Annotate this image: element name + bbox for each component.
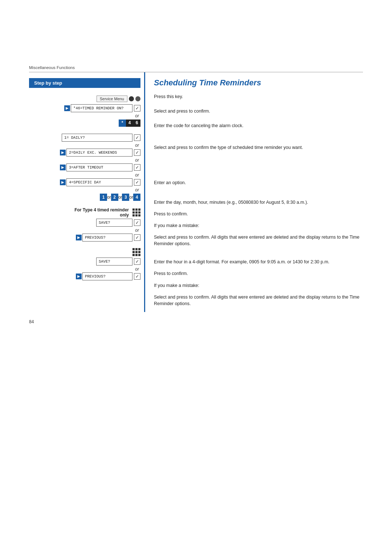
desc-daily: Select and press to confirm the type of … (154, 144, 363, 151)
step-keypad-only (29, 248, 140, 256)
spacer-r-5 (154, 252, 363, 259)
or-label-1: or (29, 113, 140, 118)
spacer-2 (29, 202, 140, 207)
spacer-r-4 (154, 191, 363, 199)
spacer-r-1 (154, 114, 363, 122)
desc-save-2: Press to confirm. (154, 270, 363, 277)
keypad-icon-2 (132, 248, 140, 256)
key-star: * (119, 119, 126, 127)
spacer-r-2 (154, 134, 363, 144)
check-box-specific[interactable]: ✓ (134, 179, 140, 186)
save-display-1: SAVE? (96, 219, 132, 227)
left-column: Step by step Service Menu ▶ *46=TIMED RE… (29, 72, 145, 312)
desc-save-1: Press to confirm. (154, 211, 363, 217)
desc-for-type: Enter the day, month, hour, minutes (e.g… (154, 199, 363, 206)
two-column-layout: Step by step Service Menu ▶ *46=TIMED RE… (29, 72, 363, 312)
check-box-save-1[interactable]: ✓ (134, 219, 140, 226)
step-previous-1: ▶ PREVIOUS? ✓ (29, 233, 140, 242)
check-box-daily[interactable]: ✓ (134, 134, 140, 141)
or-label-7: or (29, 267, 140, 272)
step-daily-exc: ▶ 2=DAILY EXC. WEEKENDS ✓ (29, 148, 140, 157)
previous-display-1: PREVIOUS? (82, 234, 132, 242)
desc-press-this-key: Press this key. (154, 93, 363, 100)
save-display-2: SAVE? (96, 258, 132, 266)
check-box-daily-exc[interactable]: ✓ (134, 149, 140, 156)
step-save-2: SAVE? ✓ (29, 257, 140, 266)
timed-reminder-display: *46=TIMED REMINDER ON? (71, 104, 132, 112)
desc-keypad-only: Enter the hour in a 4-digit format. For … (154, 259, 363, 265)
previous-display-2: PREVIOUS? (82, 272, 132, 280)
opt-key-2: 2 (111, 194, 118, 201)
opt-key-1: 1 (100, 194, 107, 201)
or-label-6: or (29, 228, 140, 233)
key-6: 6 (133, 119, 140, 127)
step-previous-2: ▶ PREVIOUS? ✓ (29, 272, 140, 281)
page-number: 84 (29, 319, 363, 324)
desc-code-keys: Enter the code for canceling the alarm c… (154, 122, 363, 129)
daily-exc-display: 2=DAILY EXC. WEEKENDS (66, 149, 132, 157)
specific-day-display: 4=SPECIFIC DAY (66, 178, 132, 186)
after-timeout-display: 3=AFTER TIMEOUT (66, 163, 132, 171)
opt-key-4: 4 (133, 194, 140, 201)
arrow-button-2[interactable]: ▶ (60, 150, 66, 155)
step-daily: 1= DAILY? ✓ (29, 133, 140, 142)
step-timed-reminder: ▶ *46=TIMED REMINDER ON? ✓ (29, 104, 140, 113)
desc-mistake-1: If you make a mistake: (154, 222, 363, 229)
check-box-timeout[interactable]: ✓ (134, 164, 140, 171)
desc-select-confirm: Select and press to confirm. (154, 108, 363, 114)
arrow-button-prev-1[interactable]: ▶ (76, 235, 82, 240)
check-box-save-2[interactable]: ✓ (134, 258, 140, 265)
check-box-prev-2[interactable]: ✓ (134, 273, 140, 280)
right-column: Scheduling Time Reminders Press this key… (145, 72, 363, 312)
keypad-icon-1 (132, 208, 140, 216)
or-label-4: or (29, 173, 140, 178)
step-code-keys: * 4 6 (29, 119, 140, 127)
or-label-5: or (29, 187, 140, 193)
phone-icon (129, 96, 134, 101)
spacer-3 (29, 243, 140, 248)
for-type-row: For Type 4 timed reminderonly (29, 207, 140, 218)
spacer-r-3 (154, 156, 363, 179)
step-service-menu: Service Menu (29, 94, 140, 103)
phone-icon-2 (135, 96, 140, 101)
or-label-3: or (29, 158, 140, 163)
check-box-prev-1[interactable]: ✓ (134, 234, 140, 241)
or-label-2: or (29, 143, 140, 148)
desc-options: Enter an option. (154, 179, 363, 186)
section-title: Scheduling Time Reminders (154, 78, 363, 88)
page-container: Miscellaneous Functions Step by step Ser… (0, 0, 392, 353)
daily-display: 1= DAILY? (62, 134, 132, 142)
check-box-1[interactable]: ✓ (134, 105, 140, 112)
arrow-button-3[interactable]: ▶ (60, 165, 66, 170)
for-type-label: For Type 4 timed reminderonly (74, 207, 129, 218)
desc-mistake-2: If you make a mistake: (154, 282, 363, 289)
service-menu-button[interactable]: Service Menu (97, 96, 127, 102)
desc-previous-2: Select and press to confirm. All digits … (154, 294, 363, 307)
step-option-keys: 1 or 2 or 3 or 4 (29, 193, 140, 202)
arrow-button-4[interactable]: ▶ (60, 179, 66, 185)
section-label: Miscellaneous Functions (29, 65, 363, 70)
arrow-button-prev-2[interactable]: ▶ (76, 274, 82, 279)
step-after-timeout: ▶ 3=AFTER TIMEOUT ✓ (29, 163, 140, 172)
key-4: 4 (126, 119, 133, 127)
step-save-1: SAVE? ✓ (29, 218, 140, 227)
spacer-1 (29, 128, 140, 133)
opt-key-3: 3 (122, 194, 129, 201)
step-by-step-header: Step by step (29, 78, 140, 88)
desc-previous-1: Select and press to confirm. All digits … (154, 234, 363, 247)
step-specific-day: ▶ 4=SPECIFIC DAY ✓ (29, 178, 140, 187)
arrow-button[interactable]: ▶ (64, 105, 70, 111)
